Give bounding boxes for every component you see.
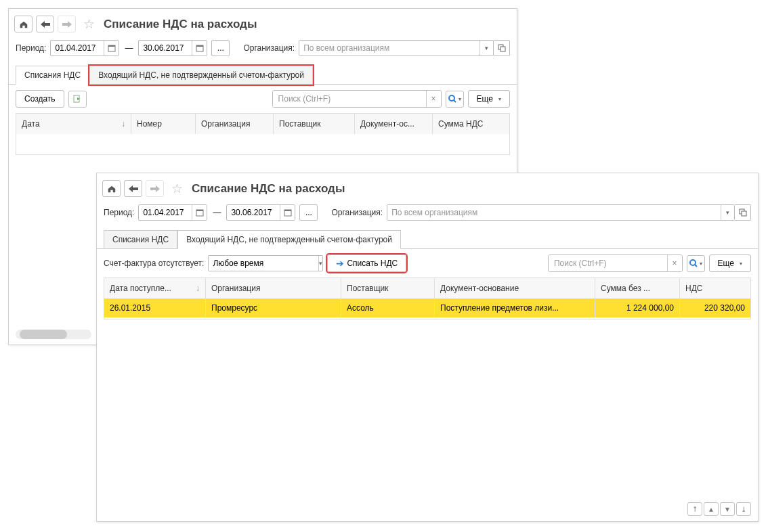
org-label: Организация: [243, 43, 295, 53]
page-title: Списание НДС на расходы [192, 182, 345, 196]
period-label: Период: [104, 208, 134, 217]
horizontal-scrollbar[interactable] [16, 330, 91, 339]
clear-icon[interactable]: × [667, 255, 682, 271]
col-supplier[interactable]: Поставщик [274, 114, 355, 134]
calendar-icon[interactable] [192, 41, 207, 56]
date-from-field[interactable] [138, 204, 207, 221]
write-off-vat-button[interactable]: ➔Списать НДС [327, 254, 406, 272]
tab-writeoffs[interactable]: Списания НДС [104, 230, 177, 249]
period-row: Период: — ... Организация: ▾ [97, 202, 758, 225]
col-vat[interactable]: Сумма НДС [433, 114, 509, 134]
dropdown-icon[interactable]: ▾ [318, 256, 322, 271]
date-to-input[interactable] [139, 42, 192, 54]
page-last-icon[interactable]: ⤓ [736, 502, 751, 516]
favorite-icon[interactable]: ☆ [171, 181, 183, 196]
search-input[interactable] [549, 255, 667, 271]
cell-vat: 220 320,00 [680, 298, 750, 317]
window-front: ☆ Списание НДС на расходы Период: — ... … [96, 173, 759, 522]
forward-button[interactable] [146, 180, 164, 197]
back-button[interactable] [124, 180, 142, 197]
search-button[interactable]: ▾ [446, 91, 464, 108]
titlebar: ☆ Списание НДС на расходы [97, 173, 758, 202]
back-button[interactable] [36, 16, 54, 32]
org-label: Организация: [331, 208, 383, 217]
col-date[interactable]: Дата поступле... [104, 278, 206, 298]
dash: — [125, 43, 133, 53]
grid-header: Дата поступле... Организация Поставщик Д… [104, 278, 750, 298]
col-doc[interactable]: Документ-основание [435, 278, 595, 298]
table-row[interactable]: 26.01.2015 Промресурс Ассоль Поступление… [104, 298, 750, 317]
period-picker-button[interactable]: ... [211, 40, 230, 56]
home-button[interactable] [102, 180, 121, 197]
tab-incoming-vat[interactable]: Входящий НДС, не подтвержденный счетом-ф… [89, 66, 313, 85]
svg-rect-9 [196, 210, 203, 211]
date-to-input[interactable] [227, 206, 280, 219]
period-picker-button[interactable]: ... [299, 204, 318, 221]
more-button[interactable]: Еще▾ [709, 254, 751, 272]
tab-bar: Списания НДС Входящий НДС, не подтвержде… [97, 227, 758, 249]
create-button[interactable]: Создать [16, 90, 64, 108]
page-first-icon[interactable]: ⤒ [687, 502, 702, 516]
filter-select[interactable]: ▾ [208, 255, 323, 271]
col-org[interactable]: Организация [196, 114, 274, 134]
col-date[interactable]: Дата [16, 114, 131, 134]
col-supplier[interactable]: Поставщик [341, 278, 435, 298]
col-vat[interactable]: НДС [680, 278, 750, 298]
organization-input[interactable] [387, 205, 721, 220]
search-field[interactable]: × [272, 90, 442, 108]
search-field[interactable]: × [548, 254, 683, 272]
favorite-icon[interactable]: ☆ [83, 16, 95, 32]
open-icon[interactable] [735, 204, 751, 221]
tab-bar: Списания НДС Входящий НДС, не подтвержде… [9, 63, 517, 85]
dash: — [213, 208, 221, 217]
col-org[interactable]: Организация [206, 278, 341, 298]
date-from-input[interactable] [139, 206, 192, 219]
cell-org: Промресурс [206, 298, 341, 317]
svg-rect-1 [108, 45, 115, 47]
filter-label: Счет-фактура отсутствует: [104, 259, 204, 268]
period-label: Период: [16, 43, 46, 53]
cell-doc: Поступление предметов лизи... [435, 298, 595, 317]
dropdown-icon[interactable]: ▾ [479, 41, 493, 56]
organization-field[interactable]: ▾ [299, 40, 494, 56]
search-button[interactable]: ▾ [687, 255, 705, 272]
svg-rect-11 [284, 210, 291, 211]
date-to-field[interactable] [138, 40, 207, 56]
date-from-field[interactable] [50, 40, 119, 56]
filter-value[interactable] [209, 256, 318, 271]
home-button[interactable] [14, 16, 33, 32]
grid: Дата поступле... Организация Поставщик Д… [104, 278, 751, 319]
titlebar: ☆ Списание НДС на расходы [9, 9, 517, 37]
grid: Дата Номер Организация Поставщик Докумен… [16, 113, 510, 155]
tab-writeoffs[interactable]: Списания НДС [16, 66, 89, 85]
calendar-icon[interactable] [192, 205, 207, 220]
calendar-icon[interactable] [104, 41, 119, 56]
svg-point-7 [449, 95, 454, 101]
date-to-field[interactable] [226, 204, 295, 221]
dropdown-icon[interactable]: ▾ [721, 205, 734, 220]
more-button[interactable]: Еще▾ [468, 90, 510, 108]
arrow-right-icon: ➔ [336, 258, 344, 269]
page-title: Списание НДС на расходы [104, 18, 257, 31]
col-number[interactable]: Номер [131, 114, 196, 134]
date-from-input[interactable] [51, 42, 104, 54]
paging-controls: ⤒ ▲ ▼ ⤓ [687, 502, 751, 516]
cell-amount: 1 224 000,00 [595, 298, 680, 317]
page-up-icon[interactable]: ▲ [704, 502, 719, 516]
page-down-icon[interactable]: ▼ [720, 502, 735, 516]
cell-date: 26.01.2015 [104, 298, 206, 317]
tab-incoming-vat[interactable]: Входящий НДС, не подтвержденный счетом-ф… [177, 230, 401, 249]
search-input[interactable] [273, 91, 426, 107]
organization-field[interactable]: ▾ [387, 204, 735, 221]
copy-button[interactable] [68, 91, 87, 108]
clear-icon[interactable]: × [426, 91, 441, 107]
calendar-icon[interactable] [280, 205, 295, 220]
period-row: Период: — ... Организация: ▾ [9, 37, 517, 60]
organization-input[interactable] [299, 41, 479, 56]
col-doc[interactable]: Документ-ос... [355, 114, 433, 134]
open-icon[interactable] [494, 40, 510, 56]
grid-body: 26.01.2015 Промресурс Ассоль Поступление… [104, 298, 750, 319]
forward-button[interactable] [58, 16, 76, 32]
toolbar: Счет-фактура отсутствует: ▾ ➔Списать НДС… [97, 249, 758, 278]
col-amount[interactable]: Сумма без ... [595, 278, 680, 298]
